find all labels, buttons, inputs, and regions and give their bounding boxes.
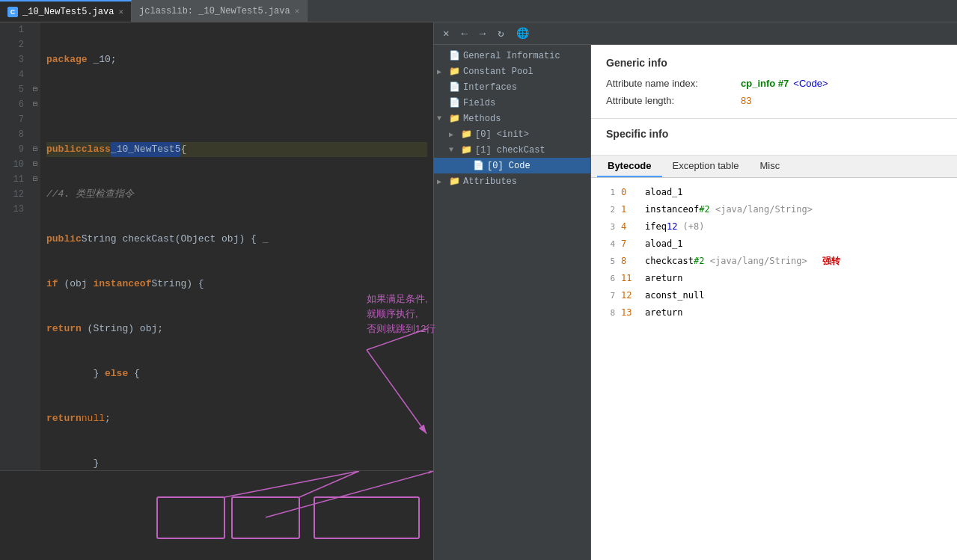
bc-instr-6: areturn [645,271,683,286]
bc-row-2: 2 1 instanceof #2 <java/lang/String> [591,201,957,218]
anno-box-2 [232,497,299,538]
fold-btn-11[interactable]: ⊟ [30,172,40,187]
bc-ref-2[interactable]: #2 [699,202,709,217]
tree-label-method-init: [0] <init> [475,129,529,140]
specific-info-title: Specific info [606,128,942,140]
line-numbers: 1234 5678 910111213 [0,22,30,470]
bc-row-4: 4 7 aload_1 [591,236,957,253]
bc-linenum-3: 3 [600,220,615,235]
tab-bytecode[interactable]: Bytecode [597,156,662,177]
bc-row-1: 1 0 aload_1 [591,184,957,201]
bc-linenum-5: 5 [600,254,615,269]
tree-item-methods[interactable]: ▼ 📁 Methods [434,111,590,126]
code-line-1: package _10; [46,52,427,67]
code-line-9: return null; [46,411,427,426]
java-icon: C [7,7,18,17]
code-line-4: //4. 类型检查指令 [46,187,427,202]
main-layout: 1234 5678 910111213 ⊟ ⊟ ⊟ ⊟ ⊟ package _1… [0,22,957,560]
chevron-method-checkcast: ▼ [449,146,458,154]
forward-btn[interactable]: → [477,26,489,41]
bc-instr-4: aload_1 [645,236,683,251]
jclasslib-toolbar: ✕ ← → ↻ 🌐 [434,22,957,45]
globe-btn[interactable]: 🌐 [513,25,532,41]
tree-file-icon-code: 📄 [473,160,484,171]
bc-row-8: 8 13 areturn [591,304,957,321]
attr-name-value[interactable]: cp_info #7 [741,78,789,89]
tree-panel: 📄 General Informatic ▶ 📁 Constant Pool 📄… [434,45,591,560]
bc-offset-5: 8 [621,253,639,268]
tab-jclasslib-label: jclasslib: _10_NewTest5.java [139,6,290,16]
code-line-6: if (obj instanceof String) { [46,277,427,292]
tab-editor-label: _10_NewTest5.java [22,7,114,17]
tree-label-method-checkcast: [1] checkCast [475,145,545,156]
tree-file-icon-fields: 📄 [449,97,460,108]
bc-linenum-4: 4 [600,237,615,252]
attr-length-row: Attribute length: 83 [606,95,942,106]
tree-label-methods: Methods [463,114,501,124]
tree-item-method-init[interactable]: ▶ 📁 [0] <init> [434,126,590,142]
tab-editor-close[interactable]: ✕ [118,7,123,16]
tree-file-icon-interfaces: 📄 [449,81,460,93]
tree-file-icon-general: 📄 [449,50,460,61]
bc-instr-7: aconst_null [645,288,704,303]
bc-offset-6: 11 [621,271,639,286]
tree-item-method-checkcast[interactable]: ▼ 📁 [1] checkCast [434,142,590,158]
tree-item-fields[interactable]: 📄 Fields [434,95,590,111]
tree-folder-icon-constant-pool: 📁 [449,66,460,77]
code-area[interactable]: 1234 5678 910111213 ⊟ ⊟ ⊟ ⊟ ⊟ package _1… [0,22,433,470]
bc-instr-8: areturn [645,305,683,320]
back-btn[interactable]: ← [458,26,470,41]
bc-instr-5: checkcast [645,253,694,268]
tree-label-fields: Fields [463,98,495,108]
close-btn[interactable]: ✕ [440,25,452,41]
arrow-line-3 [266,471,434,517]
code-line-3: public class _10_NewTest5 { [46,142,427,157]
tree-label-code: [0] Code [487,161,531,171]
bc-row-5: 5 8 checkcast #2 <java/lang/String> 强转 [591,253,957,270]
bc-linenum-2: 2 [600,203,615,218]
bc-row-7: 7 12 aconst_null [591,287,957,304]
tree-item-code[interactable]: 📄 [0] Code [434,158,590,173]
generic-info-title: Generic info [606,57,942,69]
bc-offset-2: 1 [621,202,639,217]
bc-offset-3: 4 [621,219,639,234]
annotation-area [0,470,433,560]
attr-name-type: <Code> [793,78,828,89]
arrow-line-1 [224,471,359,497]
fold-btn-6[interactable]: ⊟ [30,97,40,112]
tree-item-general[interactable]: 📄 General Informatic [434,48,590,64]
tab-bar: C _10_NewTest5.java ✕ jclasslib: _10_New… [0,0,957,22]
anno-box-1 [157,497,224,538]
fold-btn-10[interactable]: ⊟ [30,157,40,172]
chevron-method-init: ▶ [449,130,458,139]
tab-jclasslib-close[interactable]: ✕ [295,6,300,16]
bc-ref-5[interactable]: #2 [694,253,704,268]
attr-name-row: Attribute name index: cp_info #7 <Code> [606,78,942,89]
code-content[interactable]: package _10; public class _10_NewTest5 {… [40,22,433,470]
tree-item-interfaces[interactable]: 📄 Interfaces [434,79,590,95]
tree-folder-icon-attributes: 📁 [449,176,460,187]
tree-item-attributes[interactable]: ▶ 📁 Attributes [434,173,590,189]
tab-exception[interactable]: Exception table [662,156,750,177]
tab-misc[interactable]: Misc [749,156,790,177]
bc-instr-2: instanceof [645,202,699,217]
fold-btn-9[interactable]: ⊟ [30,142,40,157]
chevron-attributes: ▶ [437,177,446,186]
tab-jclasslib[interactable]: jclasslib: _10_NewTest5.java ✕ [132,0,308,22]
bytecode-content[interactable]: 1 0 aload_1 2 1 instanceof #2 <java/lang… [591,178,957,560]
attr-name-label: Attribute name index: [606,78,741,89]
tab-editor[interactable]: C _10_NewTest5.java ✕ [0,0,132,22]
right-panel: ✕ ← → ↻ 🌐 📄 General Informatic ▶ 📁 Const… [434,22,957,560]
bc-linenum-1: 1 [600,185,615,200]
refresh-btn[interactable]: ↻ [495,25,507,41]
tree-folder-icon-methods: 📁 [449,113,460,124]
tree-item-constant-pool[interactable]: ▶ 📁 Constant Pool [434,64,590,79]
fold-btn-5[interactable]: ⊟ [30,82,40,97]
bc-instr-1: aload_1 [645,185,683,200]
specific-info-section: Specific info [591,119,957,156]
bc-offset-1: 0 [621,185,639,200]
bc-comment-2: <java/lang/String> [710,202,813,217]
bc-comment-3: (+8) [677,219,704,234]
tree-label-attributes: Attributes [463,176,517,187]
chevron-methods: ▼ [437,114,446,123]
